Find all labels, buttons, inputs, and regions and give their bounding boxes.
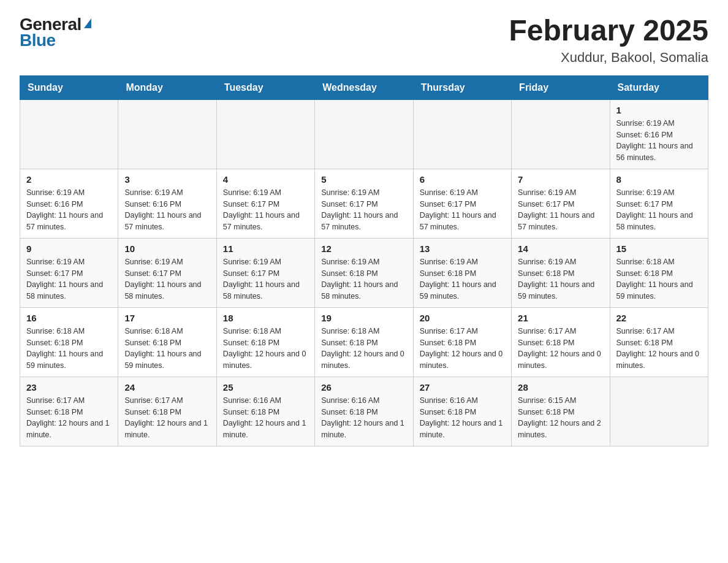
day-info-line: Sunset: 6:17 PM bbox=[124, 268, 210, 280]
day-number: 26 bbox=[321, 382, 406, 393]
day-info-line: Sunrise: 6:19 AM bbox=[420, 256, 505, 268]
day-info-line: Sunset: 6:18 PM bbox=[420, 407, 505, 418]
day-info-line: Daylight: 11 hours and 58 minutes. bbox=[616, 210, 702, 233]
calendar-table: Sunday Monday Tuesday Wednesday Thursday… bbox=[20, 75, 708, 446]
day-number: 5 bbox=[321, 174, 406, 185]
day-info-line: Daylight: 12 hours and 1 minute. bbox=[223, 418, 308, 441]
day-info-line: Daylight: 12 hours and 1 minute. bbox=[26, 418, 112, 441]
day-number: 28 bbox=[518, 382, 603, 393]
calendar-cell bbox=[610, 377, 708, 446]
logo: General Blue bbox=[20, 15, 91, 50]
calendar-cell: 11Sunrise: 6:19 AMSunset: 6:17 PMDayligh… bbox=[216, 238, 314, 307]
day-info-line: Sunset: 6:18 PM bbox=[321, 337, 406, 349]
day-info-line: Daylight: 12 hours and 0 minutes. bbox=[616, 348, 702, 372]
day-number: 18 bbox=[223, 313, 308, 323]
calendar-cell: 16Sunrise: 6:18 AMSunset: 6:18 PMDayligh… bbox=[20, 307, 118, 377]
day-info-line: Sunrise: 6:17 AM bbox=[26, 395, 112, 407]
calendar-cell: 24Sunrise: 6:17 AMSunset: 6:18 PMDayligh… bbox=[118, 377, 216, 446]
day-info-line: Sunrise: 6:17 AM bbox=[124, 395, 210, 407]
logo-blue: Blue bbox=[20, 31, 56, 50]
day-info-line: Daylight: 12 hours and 2 minutes. bbox=[518, 418, 603, 441]
day-info-line: Daylight: 11 hours and 58 minutes. bbox=[321, 279, 406, 302]
day-info-line: Sunset: 6:17 PM bbox=[420, 199, 505, 210]
calendar-cell: 23Sunrise: 6:17 AMSunset: 6:18 PMDayligh… bbox=[20, 377, 118, 446]
day-info-line: Sunrise: 6:17 AM bbox=[616, 326, 702, 337]
calendar-cell: 6Sunrise: 6:19 AMSunset: 6:17 PMDaylight… bbox=[413, 169, 511, 238]
day-number: 22 bbox=[616, 313, 702, 323]
day-number: 27 bbox=[420, 382, 505, 393]
day-info-line: Sunrise: 6:18 AM bbox=[124, 326, 210, 337]
day-info-line: Sunset: 6:18 PM bbox=[321, 268, 406, 280]
day-info-line: Sunset: 6:18 PM bbox=[518, 407, 603, 418]
day-info-line: Daylight: 11 hours and 58 minutes. bbox=[223, 279, 308, 302]
calendar-cell: 13Sunrise: 6:19 AMSunset: 6:18 PMDayligh… bbox=[413, 238, 511, 307]
calendar-cell bbox=[216, 99, 314, 169]
day-info-line: Daylight: 11 hours and 58 minutes. bbox=[124, 279, 210, 302]
day-info-line: Daylight: 11 hours and 57 minutes. bbox=[26, 210, 112, 233]
day-info-line: Sunset: 6:17 PM bbox=[223, 199, 308, 210]
header-sunday: Sunday bbox=[20, 75, 118, 99]
calendar-header-row: Sunday Monday Tuesday Wednesday Thursday… bbox=[20, 75, 708, 99]
day-info-line: Sunset: 6:18 PM bbox=[321, 407, 406, 418]
calendar-cell: 28Sunrise: 6:15 AMSunset: 6:18 PMDayligh… bbox=[512, 377, 610, 446]
day-info-line: Sunrise: 6:17 AM bbox=[518, 326, 603, 337]
day-info-line: Sunset: 6:17 PM bbox=[518, 199, 603, 210]
day-info-line: Sunrise: 6:19 AM bbox=[321, 187, 406, 199]
day-info-line: Sunrise: 6:15 AM bbox=[518, 395, 603, 407]
calendar-cell: 12Sunrise: 6:19 AMSunset: 6:18 PMDayligh… bbox=[315, 238, 413, 307]
day-info-line: Sunset: 6:18 PM bbox=[518, 268, 603, 280]
day-info-line: Sunset: 6:17 PM bbox=[616, 199, 702, 210]
calendar-cell bbox=[20, 99, 118, 169]
day-info-line: Sunrise: 6:17 AM bbox=[420, 326, 505, 337]
day-info-line: Sunset: 6:16 PM bbox=[124, 199, 210, 210]
day-info-line: Sunrise: 6:18 AM bbox=[616, 256, 702, 268]
day-info-line: Sunset: 6:18 PM bbox=[616, 268, 702, 280]
header-monday: Monday bbox=[118, 75, 216, 99]
calendar-cell: 3Sunrise: 6:19 AMSunset: 6:16 PMDaylight… bbox=[118, 169, 216, 238]
page-header: General Blue February 2025 Xuddur, Bakoo… bbox=[20, 15, 708, 66]
day-info-line: Daylight: 12 hours and 0 minutes. bbox=[223, 348, 308, 372]
week-row-3: 9Sunrise: 6:19 AMSunset: 6:17 PMDaylight… bbox=[20, 238, 708, 307]
day-number: 6 bbox=[420, 174, 505, 185]
header-wednesday: Wednesday bbox=[315, 75, 413, 99]
day-number: 23 bbox=[26, 382, 112, 393]
day-info-line: Sunrise: 6:19 AM bbox=[616, 187, 702, 199]
day-info-line: Daylight: 11 hours and 56 minutes. bbox=[616, 140, 702, 164]
day-info-line: Sunset: 6:18 PM bbox=[420, 268, 505, 280]
calendar-cell bbox=[118, 99, 216, 169]
day-info-line: Daylight: 11 hours and 57 minutes. bbox=[124, 210, 210, 233]
calendar-cell: 21Sunrise: 6:17 AMSunset: 6:18 PMDayligh… bbox=[512, 307, 610, 377]
week-row-1: 1Sunrise: 6:19 AMSunset: 6:16 PMDaylight… bbox=[20, 99, 708, 169]
day-number: 8 bbox=[616, 174, 702, 185]
calendar-cell: 14Sunrise: 6:19 AMSunset: 6:18 PMDayligh… bbox=[512, 238, 610, 307]
page-title: February 2025 bbox=[509, 15, 708, 47]
day-info-line: Sunrise: 6:18 AM bbox=[223, 326, 308, 337]
day-info-line: Sunrise: 6:18 AM bbox=[321, 326, 406, 337]
day-number: 13 bbox=[420, 243, 505, 254]
calendar-cell: 9Sunrise: 6:19 AMSunset: 6:17 PMDaylight… bbox=[20, 238, 118, 307]
calendar-cell: 2Sunrise: 6:19 AMSunset: 6:16 PMDaylight… bbox=[20, 169, 118, 238]
calendar-cell: 7Sunrise: 6:19 AMSunset: 6:17 PMDaylight… bbox=[512, 169, 610, 238]
calendar-cell: 8Sunrise: 6:19 AMSunset: 6:17 PMDaylight… bbox=[610, 169, 708, 238]
day-info-line: Sunrise: 6:16 AM bbox=[223, 395, 308, 407]
day-info-line: Sunrise: 6:19 AM bbox=[223, 187, 308, 199]
day-number: 24 bbox=[124, 382, 210, 393]
day-info-line: Daylight: 12 hours and 1 minute. bbox=[124, 418, 210, 441]
calendar-cell: 20Sunrise: 6:17 AMSunset: 6:18 PMDayligh… bbox=[413, 307, 511, 377]
day-info-line: Sunrise: 6:19 AM bbox=[124, 256, 210, 268]
day-info-line: Sunset: 6:16 PM bbox=[26, 199, 112, 210]
calendar-cell: 10Sunrise: 6:19 AMSunset: 6:17 PMDayligh… bbox=[118, 238, 216, 307]
calendar-cell: 22Sunrise: 6:17 AMSunset: 6:18 PMDayligh… bbox=[610, 307, 708, 377]
calendar-cell: 1Sunrise: 6:19 AMSunset: 6:16 PMDaylight… bbox=[610, 99, 708, 169]
day-info-line: Sunset: 6:18 PM bbox=[223, 407, 308, 418]
header-tuesday: Tuesday bbox=[216, 75, 314, 99]
day-info-line: Sunset: 6:18 PM bbox=[420, 337, 505, 349]
day-info-line: Sunset: 6:17 PM bbox=[321, 199, 406, 210]
calendar-cell: 26Sunrise: 6:16 AMSunset: 6:18 PMDayligh… bbox=[315, 377, 413, 446]
calendar-cell: 19Sunrise: 6:18 AMSunset: 6:18 PMDayligh… bbox=[315, 307, 413, 377]
day-number: 16 bbox=[26, 313, 112, 323]
day-info-line: Sunset: 6:18 PM bbox=[223, 337, 308, 349]
week-row-4: 16Sunrise: 6:18 AMSunset: 6:18 PMDayligh… bbox=[20, 307, 708, 377]
day-info-line: Sunrise: 6:19 AM bbox=[26, 256, 112, 268]
day-info-line: Daylight: 12 hours and 0 minutes. bbox=[420, 348, 505, 372]
